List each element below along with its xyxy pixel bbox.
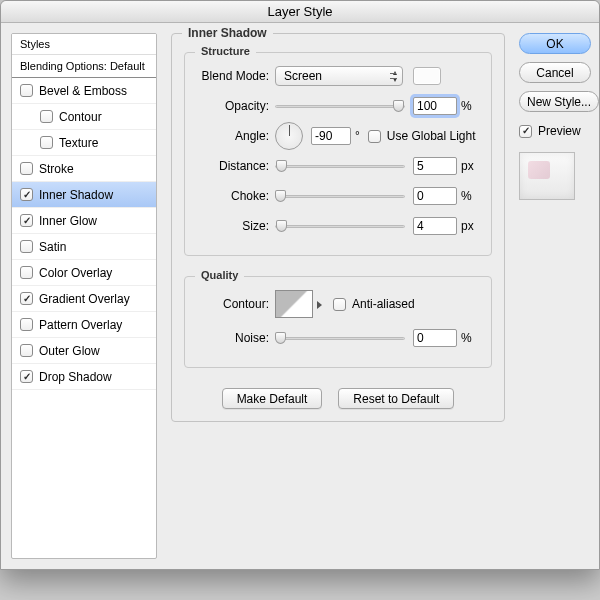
settings-panel: Inner Shadow Structure Blend Mode: Scree… [157,33,517,559]
sidebar-item-outer-glow[interactable]: Outer Glow [12,338,156,364]
sidebar-item-label: Pattern Overlay [39,318,122,332]
noise-slider[interactable] [275,331,405,345]
size-label: Size: [195,219,275,233]
sidebar-item-label: Outer Glow [39,344,100,358]
sidebar-item-drop-shadow[interactable]: Drop Shadow [12,364,156,390]
size-input[interactable] [413,217,457,235]
sidebar-checkbox[interactable] [20,162,33,175]
make-default-button[interactable]: Make Default [222,388,323,409]
sidebar-item-stroke[interactable]: Stroke [12,156,156,182]
antialiased-label: Anti-aliased [352,297,415,311]
noise-label: Noise: [195,331,275,345]
sidebar-item-texture[interactable]: Texture [12,130,156,156]
opacity-label: Opacity: [195,99,275,113]
sidebar-checkbox[interactable] [20,292,33,305]
antialiased-checkbox[interactable] [333,298,346,311]
sidebar-checkbox[interactable] [20,266,33,279]
sidebar-checkbox[interactable] [20,370,33,383]
sidebar-checkbox[interactable] [20,188,33,201]
sidebar-item-label: Gradient Overlay [39,292,130,306]
new-style-button[interactable]: New Style... [519,91,599,112]
quality-group: Quality Contour: Anti-aliased Noise: [184,276,492,368]
distance-label: Distance: [195,159,275,173]
sidebar-item-label: Texture [59,136,98,150]
dialog-buttons: OK Cancel New Style... Preview [517,33,599,559]
choke-slider[interactable] [275,189,405,203]
blend-mode-value: Screen [284,69,322,83]
sidebar-item-inner-glow[interactable]: Inner Glow [12,208,156,234]
preview-label: Preview [538,124,581,138]
size-unit: px [461,219,474,233]
blend-mode-label: Blend Mode: [195,69,275,83]
structure-legend: Structure [195,45,256,57]
choke-label: Choke: [195,189,275,203]
angle-input[interactable] [311,127,351,145]
use-global-light-checkbox[interactable] [368,130,381,143]
sidebar-checkbox[interactable] [20,318,33,331]
ok-button[interactable]: OK [519,33,591,54]
sidebar-checkbox[interactable] [40,136,53,149]
sidebar-item-label: Contour [59,110,102,124]
use-global-light-label: Use Global Light [387,129,476,143]
sidebar-item-label: Color Overlay [39,266,112,280]
cancel-button[interactable]: Cancel [519,62,591,83]
shadow-color-swatch[interactable] [413,67,441,85]
sidebar-item-satin[interactable]: Satin [12,234,156,260]
distance-input[interactable] [413,157,457,175]
size-slider[interactable] [275,219,405,233]
sidebar-item-label: Inner Shadow [39,188,113,202]
structure-group: Structure Blend Mode: Screen ▴▾ Opacity: [184,52,492,256]
sidebar-header[interactable]: Styles [12,34,156,55]
angle-unit: ° [355,129,360,143]
window-content: Styles Blending Options: Default Bevel &… [1,23,599,569]
contour-picker[interactable] [275,290,313,318]
sidebar-item-label: Stroke [39,162,74,176]
noise-input[interactable] [413,329,457,347]
layer-style-window: Layer Style Styles Blending Options: Def… [0,0,600,570]
sidebar-item-label: Bevel & Emboss [39,84,127,98]
opacity-input[interactable] [413,97,457,115]
sidebar-item-contour[interactable]: Contour [12,104,156,130]
sidebar-item-gradient-overlay[interactable]: Gradient Overlay [12,286,156,312]
sidebar-checkbox[interactable] [20,240,33,253]
sidebar-checkbox[interactable] [20,214,33,227]
sidebar-subheader[interactable]: Blending Options: Default [12,55,156,78]
opacity-unit: % [461,99,472,113]
select-arrows-icon: ▴▾ [393,69,397,83]
distance-slider[interactable] [275,159,405,173]
opacity-slider[interactable] [275,99,405,113]
sidebar-item-color-overlay[interactable]: Color Overlay [12,260,156,286]
choke-unit: % [461,189,472,203]
angle-label: Angle: [195,129,275,143]
choke-input[interactable] [413,187,457,205]
sidebar-item-inner-shadow[interactable]: Inner Shadow [12,182,156,208]
reset-default-button[interactable]: Reset to Default [338,388,454,409]
blend-mode-select[interactable]: Screen ▴▾ [275,66,403,86]
noise-unit: % [461,331,472,345]
distance-unit: px [461,159,474,173]
angle-wheel[interactable] [275,122,303,150]
sidebar-checkbox[interactable] [20,344,33,357]
inner-shadow-group: Inner Shadow Structure Blend Mode: Scree… [171,33,505,422]
sidebar-checkbox[interactable] [20,84,33,97]
contour-label: Contour: [195,297,275,311]
group-title: Inner Shadow [182,26,273,40]
sidebar-item-pattern-overlay[interactable]: Pattern Overlay [12,312,156,338]
styles-sidebar: Styles Blending Options: Default Bevel &… [11,33,157,559]
sidebar-item-label: Inner Glow [39,214,97,228]
window-title: Layer Style [1,1,599,23]
preview-checkbox[interactable] [519,125,532,138]
sidebar-item-label: Satin [39,240,66,254]
preview-thumbnail [519,152,575,200]
quality-legend: Quality [195,269,244,281]
sidebar-checkbox[interactable] [40,110,53,123]
sidebar-item-label: Drop Shadow [39,370,112,384]
sidebar-item-bevel-emboss[interactable]: Bevel & Emboss [12,78,156,104]
